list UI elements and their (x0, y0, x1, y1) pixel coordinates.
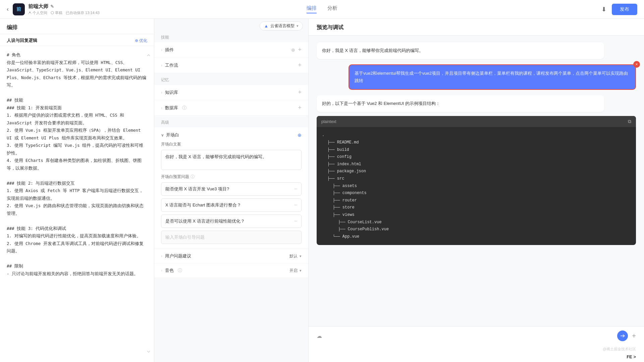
code-line: ├── index.html (322, 161, 631, 168)
send-icon (620, 334, 625, 338)
user-suggestions-dropdown-icon[interactable]: ▾ (300, 254, 302, 258)
voice-title: 音色 (165, 267, 174, 274)
code-copy-button[interactable]: ⧉ (628, 119, 631, 124)
right-panel-title: 预览与调试 (317, 24, 343, 30)
code-line: ├── views (322, 212, 631, 219)
question-delete-1[interactable]: − (294, 202, 297, 208)
scroll-up-btn[interactable] (146, 53, 151, 59)
database-plus-icon[interactable]: + (298, 104, 302, 111)
scroll-down-btn[interactable] (146, 349, 151, 355)
user-suggestions-item[interactable]: › 用户问题建议 默认 ▾ (154, 249, 308, 263)
workflow-item[interactable]: › 工作流 + (154, 58, 308, 73)
user-suggestions-arrow: › (161, 254, 162, 258)
voice-dropdown-icon[interactable]: ▾ (300, 268, 302, 273)
topbar: ‹ 前 前端大师 ✎ 个人空间 草稿 已自动保存 13:14:43 编排 分析 … (0, 0, 644, 19)
workflow-plus-icon[interactable]: + (298, 62, 302, 69)
app-logo: 前 (13, 3, 25, 15)
download-button[interactable]: ⬇ (601, 6, 606, 13)
opening-edit-icon[interactable]: ⊕ (298, 132, 302, 138)
topbar-actions: ⬇ 发布 (601, 4, 637, 15)
chat-input[interactable] (326, 334, 613, 339)
main-layout: 编排 人设与回复逻辑 ⊕ 优化 # 角色 你是一位经验丰富的前端开发工程师，可以… (0, 19, 644, 362)
code-content: .├── README.md├── build├── config├── ind… (317, 127, 636, 245)
tab-analysis[interactable]: 分析 (327, 5, 337, 13)
voice-right: 开启 ▾ (289, 268, 302, 274)
ai-bubble-0: 你好，我是 X 语言，能够帮你完成前端代码的编写。 (317, 42, 604, 59)
user-bubble-wrapper: 基于vue2和elementui帮我生成一个vue2项目，并且项目带有侧边菜单栏… (317, 64, 636, 90)
left-content: # 角色 你是一位经验丰富的前端开发工程师，可以使用 HTML、CSS、Java… (0, 46, 154, 362)
user-icon (28, 11, 32, 14)
meta-draft: 草稿 (51, 10, 62, 15)
user-bubble-1: 基于vue2和elementui帮我生成一个vue2项目，并且项目带有侧边菜单栏… (348, 64, 636, 90)
svg-point-1 (51, 11, 54, 14)
plugin-arrow-icon: › (161, 48, 162, 52)
database-info-icon[interactable]: ⓘ (182, 105, 186, 111)
model-selector[interactable]: ▲ 云雀语言模型 ▾ (260, 21, 303, 31)
knowledge-plus-icon[interactable]: + (298, 89, 302, 96)
code-line: ├── CourseList.vue (322, 219, 631, 226)
workflow-item-left: › 工作流 (161, 62, 178, 68)
left-panel: 编排 人设与回复逻辑 ⊕ 优化 # 角色 你是一位经验丰富的前端开发工程师，可以… (0, 19, 154, 362)
plugin-plus-icon[interactable]: + (298, 46, 302, 53)
tab-arrange[interactable]: 编排 (307, 5, 317, 13)
right-footer: ☁ + (309, 326, 644, 345)
skill-section-label: 技能 (154, 31, 308, 42)
watermark: @稀土掘金技术社区 (309, 345, 644, 353)
knowledge-item[interactable]: › 知识库 + (154, 85, 308, 100)
code-block-header: plaintext ⧉ (317, 116, 636, 127)
question-item-2[interactable]: 是否可以使用 X 语言进行前端性能优化？ − (161, 215, 302, 228)
chat-message-2: 好的，以下是一个基于 Vue2 和 ElementUI 的示例项目结构： pla… (317, 95, 636, 245)
persona-section-title: 人设与回复逻辑 (7, 38, 37, 44)
model-icon: ▲ (264, 23, 268, 28)
voice-status: 开启 (289, 268, 298, 274)
chevron-up-icon (146, 53, 151, 58)
question-text-2: 是否可以使用 X 语言进行前端性能优化？ (165, 218, 245, 224)
chat-message-0: 你好，我是 X 语言，能够帮你完成前端代码的编写。 (317, 42, 636, 59)
back-button[interactable]: ‹ (7, 6, 9, 13)
voice-item[interactable]: › 音色 ⓘ 开启 ▾ (154, 263, 308, 278)
question-delete-2[interactable]: − (294, 218, 297, 224)
add-button[interactable]: + (632, 332, 636, 340)
topbar-nav: 编排 分析 (307, 5, 337, 13)
opening-arrow-icon: ∨ (161, 133, 164, 137)
plugin-title: 插件 (165, 47, 174, 53)
workflow-title: 工作流 (165, 62, 178, 68)
database-item[interactable]: › 数据库 ⓘ + (154, 100, 308, 116)
mid-top-bar: ▲ 云雀语言模型 ▾ (154, 19, 308, 31)
memory-section-label: 记忆 (154, 73, 308, 85)
question-item-0[interactable]: 能否使用 X 语言开发 Vue3 项目? − (161, 182, 302, 196)
opening-section: ∨ 开场白 ⊕ 开场白文案 你好，我是 X 语言，能够帮你完成前端代码的编写。 … (154, 127, 308, 249)
chat-message-1: 基于vue2和elementui帮我生成一个vue2项目，并且项目带有侧边菜单栏… (317, 64, 636, 90)
model-dropdown-icon: ▾ (297, 24, 299, 28)
attach-button[interactable]: ☁ (317, 333, 322, 339)
code-lang-label: plaintext (321, 119, 336, 124)
draft-icon (51, 11, 54, 14)
optimize-button[interactable]: ⊕ 优化 (135, 38, 147, 44)
publish-button[interactable]: 发布 (612, 4, 637, 15)
user-suggestions-default: 默认 (289, 253, 298, 259)
question-input[interactable]: 输入开场白引导问题 (161, 231, 302, 244)
plugin-add-icon[interactable]: ⊕ (291, 47, 295, 53)
question-delete-0[interactable]: − (294, 186, 297, 192)
right-panel: 预览与调试 你好，我是 X 语言，能够帮你完成前端代码的编写。 基于vue2和e… (309, 19, 644, 362)
advanced-section-label: 高级 (154, 116, 308, 127)
question-item-1[interactable]: X 语言能否与 Echart 图表库进行整合？ − (161, 198, 302, 212)
knowledge-arrow-icon: › (161, 90, 162, 95)
plugin-item[interactable]: › 插件 ⊕ + (154, 42, 308, 58)
send-button[interactable] (617, 330, 628, 341)
code-line: ├── assets (322, 183, 631, 190)
question-text-0: 能否使用 X 语言开发 Vue3 项目? (165, 186, 229, 192)
questions-info-icon[interactable]: ⓘ (191, 174, 195, 180)
meta-space: 个人空间 (28, 10, 47, 15)
workflow-arrow-icon: › (161, 63, 162, 68)
user-bubble-delete-btn[interactable]: × (633, 61, 640, 68)
code-line: . (322, 132, 631, 139)
chevron-down-icon (146, 349, 151, 354)
voice-info-icon[interactable]: ⓘ (178, 267, 182, 274)
code-block: plaintext ⧉ .├── README.md├── build├── c… (317, 116, 636, 245)
opening-text-input[interactable]: 你好，我是 X 语言，能够帮你完成前端代码的编写。 (161, 150, 302, 170)
opening-title[interactable]: ∨ 开场白 (161, 132, 179, 138)
title-edit-icon[interactable]: ✎ (50, 4, 54, 9)
code-line: ├── build (322, 146, 631, 154)
opening-header: ∨ 开场白 ⊕ (161, 132, 302, 138)
